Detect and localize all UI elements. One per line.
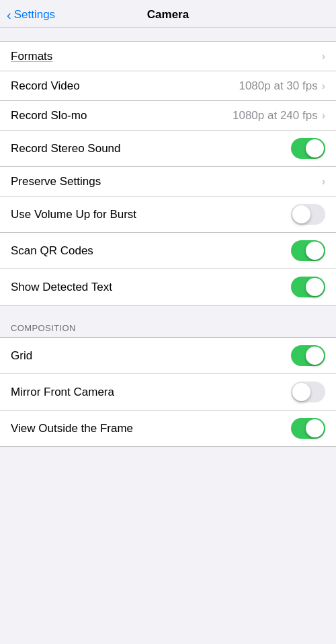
row-use-volume-up[interactable]: Use Volume Up for Burst (0, 196, 336, 233)
toggle-show-detected-text[interactable] (291, 277, 325, 297)
settings-container: Formats›Record Video1080p at 30 fps›Reco… (0, 41, 336, 447)
toggle-view-outside-frame[interactable] (291, 418, 325, 439)
label-scan-qr-codes: Scan QR Codes (11, 244, 93, 258)
row-right-preserve-settings: › (322, 176, 325, 188)
toggle-knob-scan-qr-codes (306, 242, 324, 260)
row-right-record-stereo-sound (291, 138, 325, 159)
settings-group-main: Formats›Record Video1080p at 30 fps›Reco… (0, 41, 336, 306)
row-record-slo-mo[interactable]: Record Slo-mo1080p at 240 fps› (0, 101, 336, 131)
row-right-view-outside-frame (291, 418, 325, 439)
label-grid: Grid (11, 349, 32, 363)
toggle-scan-qr-codes[interactable] (291, 240, 325, 261)
label-record-video: Record Video (11, 79, 80, 93)
toggle-knob-view-outside-frame (306, 419, 324, 437)
toggle-knob-grid (306, 347, 324, 365)
page-title: Camera (147, 8, 189, 22)
label-mirror-front-camera: Mirror Front Camera (11, 386, 114, 399)
toggle-record-stereo-sound[interactable] (291, 138, 325, 159)
toggle-knob-record-stereo-sound (306, 139, 324, 157)
row-right-formats: › (322, 50, 325, 63)
row-right-use-volume-up (291, 204, 325, 225)
row-record-stereo-sound[interactable]: Record Stereo Sound (0, 131, 336, 167)
toggle-knob-use-volume-up (292, 205, 310, 223)
label-record-slo-mo: Record Slo-mo (11, 109, 87, 122)
row-right-show-detected-text (291, 277, 325, 297)
value-record-video: 1080p at 30 fps (239, 79, 317, 93)
row-right-record-slo-mo: 1080p at 240 fps› (233, 109, 325, 122)
label-record-stereo-sound: Record Stereo Sound (11, 142, 121, 155)
value-record-slo-mo: 1080p at 240 fps (233, 109, 318, 122)
row-record-video[interactable]: Record Video1080p at 30 fps› (0, 71, 336, 101)
row-preserve-settings[interactable]: Preserve Settings› (0, 167, 336, 196)
label-show-detected-text: Show Detected Text (11, 281, 112, 294)
nav-header: ‹ Settings Camera (0, 0, 336, 28)
toggle-use-volume-up[interactable] (291, 204, 325, 225)
label-preserve-settings: Preserve Settings (11, 175, 101, 188)
row-right-record-video: 1080p at 30 fps› (239, 79, 325, 93)
row-scan-qr-codes[interactable]: Scan QR Codes (0, 233, 336, 269)
toggle-mirror-front-camera[interactable] (291, 382, 325, 402)
row-right-mirror-front-camera (291, 382, 325, 402)
row-view-outside-frame[interactable]: View Outside the Frame (0, 410, 336, 446)
toggle-knob-mirror-front-camera (292, 383, 310, 401)
chevron-right-icon: › (322, 50, 325, 63)
back-chevron-icon: ‹ (7, 7, 11, 23)
back-button[interactable]: ‹ Settings (7, 7, 55, 23)
label-formats: Formats (11, 50, 52, 63)
chevron-right-icon: › (322, 80, 325, 92)
row-right-grid (291, 345, 325, 366)
row-show-detected-text[interactable]: Show Detected Text (0, 269, 336, 305)
section-main: Formats›Record Video1080p at 30 fps›Reco… (0, 41, 336, 306)
label-view-outside-frame: View Outside the Frame (11, 422, 133, 435)
section-composition: COMPOSITIONGridMirror Front CameraView O… (0, 319, 336, 447)
label-use-volume-up: Use Volume Up for Burst (11, 208, 136, 221)
back-label[interactable]: Settings (14, 8, 55, 22)
row-mirror-front-camera[interactable]: Mirror Front Camera (0, 374, 336, 410)
chevron-right-icon: › (322, 110, 325, 122)
toggle-knob-show-detected-text (306, 278, 324, 296)
toggle-grid[interactable] (291, 345, 325, 366)
row-formats[interactable]: Formats› (0, 42, 336, 71)
row-grid[interactable]: Grid (0, 338, 336, 374)
section-header-composition: COMPOSITION (0, 319, 336, 337)
settings-group-composition: GridMirror Front CameraView Outside the … (0, 337, 336, 447)
chevron-right-icon: › (322, 176, 325, 188)
row-right-scan-qr-codes (291, 240, 325, 261)
